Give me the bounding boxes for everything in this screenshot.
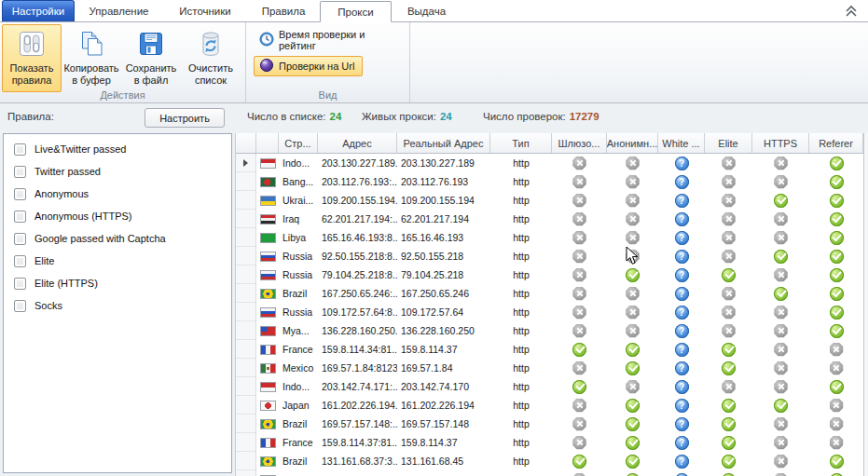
row-selector-cell[interactable] bbox=[236, 303, 256, 321]
column-header-реальныйадрес[interactable]: Реальный Адрес bbox=[397, 133, 490, 153]
clear-list-button[interactable]: Очиститьсписок bbox=[181, 24, 241, 92]
column-header-https[interactable]: HTTPS bbox=[752, 133, 809, 153]
tab-выдача[interactable]: Выдача bbox=[392, 0, 462, 21]
row-selector-cell[interactable] bbox=[236, 228, 256, 247]
show-rules-button[interactable]: Показатьправила bbox=[2, 24, 62, 92]
row-selector-cell[interactable] bbox=[236, 396, 256, 415]
table-row[interactable]: ? bbox=[236, 470, 868, 476]
status-gateway-icon bbox=[572, 436, 586, 450]
column-header-elite[interactable]: Elite bbox=[705, 133, 752, 153]
status-white-list-icon: ? bbox=[675, 231, 689, 245]
row-selector-cell[interactable] bbox=[236, 452, 256, 470]
row-selector-cell[interactable] bbox=[236, 415, 256, 433]
tab-правила[interactable]: Правила bbox=[247, 0, 320, 21]
column-header-referer[interactable]: Referer bbox=[809, 133, 863, 153]
table-row[interactable]: Ukrai...109.200.155.194...109.200.155.19… bbox=[236, 191, 868, 210]
country-flag-icon bbox=[260, 196, 276, 206]
status-https-icon bbox=[774, 194, 788, 208]
check-time-rating-button[interactable]: Время проверки и рейтинг bbox=[254, 30, 409, 50]
type-cell: http bbox=[490, 415, 552, 433]
status-elite-icon bbox=[722, 473, 736, 476]
rule-item: Google passed with Captcha bbox=[4, 227, 231, 250]
status-https-icon bbox=[774, 361, 788, 375]
status-white-list-icon: ? bbox=[675, 156, 689, 170]
configure-button[interactable]: Настроить bbox=[145, 108, 225, 128]
row-selector-cell[interactable] bbox=[236, 284, 256, 303]
country-cell: Iraq bbox=[279, 210, 318, 228]
table-row[interactable]: France159.8.114.37:81...159.8.114.37http… bbox=[236, 433, 868, 452]
row-selector-cell[interactable] bbox=[236, 191, 256, 210]
vertical-scrollbar[interactable] bbox=[863, 133, 868, 476]
table-row[interactable]: Iraq62.201.217.194:...62.201.217.194http… bbox=[236, 210, 868, 228]
rule-checkbox[interactable] bbox=[14, 188, 26, 200]
rule-checkbox[interactable] bbox=[14, 233, 26, 245]
row-selector-cell[interactable] bbox=[236, 247, 256, 265]
address-cell: 159.8.114.37:81... bbox=[318, 433, 397, 452]
save-to-file-button[interactable]: Сохранитьв файл bbox=[121, 24, 181, 92]
table-row[interactable]: Russia92.50.155.218:8...92.50.155.218htt… bbox=[236, 247, 868, 265]
type-cell: http bbox=[490, 154, 552, 172]
status-gateway-icon bbox=[572, 268, 586, 282]
rule-checkbox[interactable] bbox=[14, 300, 26, 312]
row-selector-cell[interactable] bbox=[236, 210, 256, 228]
row-selector-cell[interactable] bbox=[236, 265, 256, 284]
column-header-анонимн[interactable]: Анонимн... bbox=[607, 133, 658, 153]
type-cell: http bbox=[490, 321, 552, 340]
status-anonymity-icon bbox=[626, 268, 640, 282]
status-https-icon bbox=[774, 455, 788, 469]
table-row[interactable]: Mya...136.228.160.250...136.228.160.250h… bbox=[236, 321, 868, 340]
row-selector-cell[interactable] bbox=[236, 340, 256, 359]
country-flag-icon bbox=[260, 419, 276, 429]
rule-checkbox[interactable] bbox=[14, 166, 26, 178]
status-anonymity-icon bbox=[626, 399, 640, 413]
row-selector-cell[interactable] bbox=[236, 359, 256, 377]
table-row[interactable]: Russia79.104.25.218:8...79.104.25.218htt… bbox=[236, 265, 868, 284]
status-https-icon bbox=[774, 175, 788, 189]
status-elite-icon bbox=[722, 324, 736, 338]
collapse-ribbon-button[interactable] bbox=[844, 5, 859, 18]
rule-checkbox[interactable] bbox=[14, 255, 26, 267]
url-checks-button[interactable]: Проверки на Url bbox=[254, 56, 363, 76]
row-selector-cell[interactable] bbox=[236, 154, 256, 172]
country-flag-icon bbox=[260, 252, 276, 262]
table-row[interactable]: Bang...203.112.76.193:...203.112.76.193h… bbox=[236, 172, 868, 191]
country-cell: France bbox=[279, 433, 318, 452]
table-row[interactable]: Brazil167.250.65.246:...167.250.65.246ht… bbox=[236, 284, 868, 303]
column-header-white[interactable]: White ... bbox=[658, 133, 705, 153]
table-row[interactable]: Japan161.202.226.194...161.202.226.194ht… bbox=[236, 396, 868, 415]
row-selector-cell[interactable] bbox=[236, 321, 256, 340]
table-row[interactable]: Brazil169.57.157.148:...169.57.157.148ht… bbox=[236, 415, 868, 433]
column-header-шлюзо[interactable]: Шлюзо... bbox=[552, 133, 607, 153]
tab-управление[interactable]: Управление bbox=[75, 0, 163, 21]
table-row[interactable]: Libya165.16.46.193:8...165.16.46.193http… bbox=[236, 228, 868, 247]
column-header-стр[interactable]: Стр... bbox=[279, 133, 318, 153]
status-gateway-icon bbox=[572, 455, 586, 469]
table-row[interactable]: Russia109.172.57.64:8...109.172.57.64htt… bbox=[236, 303, 868, 321]
address-cell: 169.57.1.84:8123 bbox=[318, 359, 397, 377]
table-row[interactable]: Indo...203.130.227.189...203.130.227.189… bbox=[236, 154, 868, 172]
row-selector-cell[interactable] bbox=[236, 470, 256, 476]
country-flag-icon bbox=[260, 158, 276, 169]
status-anonymity-icon bbox=[626, 417, 640, 431]
row-selector-cell[interactable] bbox=[236, 377, 256, 396]
rule-checkbox[interactable] bbox=[14, 211, 26, 223]
table-row[interactable]: Indo...203.142.74.171:...203.142.74.170h… bbox=[236, 377, 868, 396]
rule-checkbox[interactable] bbox=[14, 278, 26, 290]
copy-to-clipboard-button[interactable]: Копироватьв буфер bbox=[62, 24, 121, 92]
tab-прокси[interactable]: Прокси bbox=[320, 1, 392, 22]
table-row[interactable]: Mexico169.57.1.84:8123169.57.1.84http? bbox=[236, 359, 868, 377]
status-gateway-icon bbox=[572, 231, 586, 245]
tab-источники[interactable]: Источники bbox=[163, 0, 247, 21]
table-row[interactable]: Brazil131.161.68.37:3...131.161.68.45htt… bbox=[236, 452, 868, 470]
tab-settings-app-button[interactable]: Настройки bbox=[2, 0, 75, 21]
column-header-тип[interactable]: Тип bbox=[490, 133, 552, 153]
country-cell: Bang... bbox=[279, 172, 318, 191]
status-white-list-icon: ? bbox=[675, 287, 689, 301]
status-elite-icon bbox=[722, 417, 736, 431]
row-selector-cell[interactable] bbox=[236, 433, 256, 452]
row-selector-cell[interactable] bbox=[236, 172, 256, 191]
table-row[interactable]: France159.8.114.34:81...159.8.114.37http… bbox=[236, 340, 868, 359]
rule-checkbox[interactable] bbox=[14, 143, 26, 156]
status-https-icon bbox=[774, 380, 788, 394]
column-header-адрес[interactable]: Адрес bbox=[318, 133, 397, 153]
